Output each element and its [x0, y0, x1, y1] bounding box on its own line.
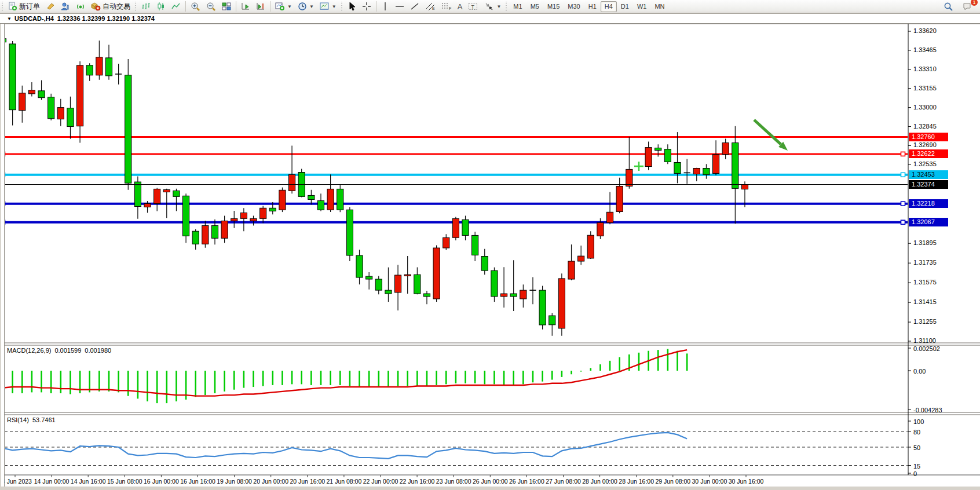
- candlestick-chart-button[interactable]: [153, 1, 169, 13]
- toolbar-grip[interactable]: [341, 2, 343, 11]
- timeframe-button-m5[interactable]: M5: [526, 1, 543, 12]
- rsi-axis-label: 100: [913, 418, 960, 425]
- price-level-badge: 1.32067: [909, 218, 948, 226]
- time-axis-label: 28 Jun 00:00: [582, 478, 617, 485]
- price-tick-label: 1.33620: [913, 27, 960, 34]
- price-tick-label: 1.33155: [913, 85, 960, 92]
- person-chart-icon: [61, 2, 70, 11]
- time-axis-label: 16 Jun 16:00: [180, 478, 215, 485]
- vertical-line-icon: [381, 2, 389, 11]
- indicators-button[interactable]: ▼: [272, 1, 295, 13]
- window-bottom-border: [0, 487, 980, 490]
- price-tick-label: 1.31255: [913, 318, 960, 325]
- clock-icon: [298, 2, 307, 11]
- auto-scroll-icon: [241, 2, 250, 11]
- macd-value_signal: 0.001980: [85, 347, 111, 354]
- bar-chart-button[interactable]: [138, 1, 153, 13]
- crayon-icon: [46, 2, 55, 11]
- zoom-out-icon: [206, 2, 216, 12]
- depth-of-market-button[interactable]: [58, 1, 73, 13]
- time-axis-label: 14 Jun 16:00: [71, 478, 106, 485]
- price-tick-label: 1.31415: [913, 298, 960, 305]
- price-tick-label: 1.32690: [913, 141, 960, 148]
- time-axis-label: 15 Jun 08:00: [107, 478, 142, 485]
- timeframe-button-d1[interactable]: D1: [617, 1, 633, 12]
- autotrading-button[interactable]: 自动交易: [88, 1, 133, 13]
- trendline-icon: [410, 2, 419, 11]
- timeframe-button-m1[interactable]: M1: [509, 1, 526, 12]
- timeframe-button-h1[interactable]: H1: [584, 1, 601, 12]
- macd-name: MACD(12,26,9): [7, 347, 51, 354]
- mt4-window: 新订单: [0, 0, 980, 490]
- new-order-button[interactable]: 新订单: [5, 1, 43, 13]
- arrows-icon: [484, 2, 494, 11]
- zoom-in-button[interactable]: [188, 1, 203, 13]
- collapse-ohlc-toggle[interactable]: ▼: [7, 16, 12, 21]
- time-axis-label: 13 Jun 2023: [0, 478, 32, 485]
- notifications-button[interactable]: 1: [960, 1, 975, 13]
- price-tick-label: 1.32535: [913, 160, 960, 167]
- vertical-line-button[interactable]: [378, 1, 392, 13]
- rsi-indicator-label: RSI(14)53.7461: [7, 416, 59, 423]
- brush-button[interactable]: [43, 1, 58, 13]
- window-left-border: [0, 13, 5, 487]
- label-tool-button[interactable]: T: [465, 1, 481, 13]
- chart-canvas[interactable]: 1.336201.334651.333101.331551.330001.328…: [0, 24, 980, 490]
- price-level-badge: 1.32218: [909, 199, 948, 208]
- bar-chart-icon: [141, 2, 151, 11]
- horizontal-line-icon: [395, 2, 404, 11]
- search-button[interactable]: [941, 1, 956, 13]
- text-tool-button[interactable]: A: [455, 1, 466, 13]
- time-axis-label: 14 Jun 00:00: [34, 478, 70, 485]
- rsi-axis-label: 0: [913, 470, 960, 477]
- arrows-tool-button[interactable]: ▼: [481, 1, 504, 13]
- equidistant-channel-button[interactable]: E: [422, 1, 438, 13]
- timeframe-button-w1[interactable]: W1: [633, 1, 651, 12]
- search-icon: [944, 2, 953, 12]
- line-chart-button[interactable]: [169, 1, 184, 13]
- svg-text:E: E: [432, 6, 435, 10]
- signal-icon: [76, 2, 85, 11]
- tile-windows-button[interactable]: [219, 1, 234, 13]
- horizontal-line-button[interactable]: [392, 1, 407, 13]
- templates-button[interactable]: ▼: [317, 1, 339, 13]
- toolbar-grip[interactable]: [505, 2, 508, 11]
- chart-shift-button[interactable]: [253, 1, 268, 13]
- chevron-down-icon: ▼: [496, 4, 501, 9]
- rsi-value: 53.7461: [32, 416, 56, 423]
- price-tick-label: 1.31575: [913, 279, 960, 286]
- auto-scroll-button[interactable]: [238, 1, 253, 13]
- indicators-icon: [275, 2, 285, 11]
- price-tick-label: 1.31100: [913, 337, 960, 344]
- timeframe-button-mn[interactable]: MN: [650, 1, 668, 12]
- chevron-down-icon: ▼: [287, 4, 292, 9]
- time-axis-label: 23 Jun 08:00: [436, 478, 471, 485]
- zoom-out-button[interactable]: [203, 1, 219, 13]
- rsi-axis-label: 50: [913, 444, 960, 451]
- crosshair-button[interactable]: [359, 1, 374, 13]
- fibonacci-button[interactable]: F: [438, 1, 455, 13]
- rsi-axis-label: 15: [913, 463, 960, 470]
- cursor-button[interactable]: [345, 1, 359, 13]
- chart-ohlc-values: 1.32336 1.32399 1.32190 1.32374: [57, 15, 155, 22]
- price-level-badge: 1.32453: [909, 170, 948, 179]
- toolbar-grip[interactable]: [1, 2, 4, 11]
- new-order-icon: [8, 2, 17, 11]
- time-axis-label: 19 Jun 08:00: [217, 478, 252, 485]
- svg-text:T: T: [471, 4, 475, 10]
- signals-button[interactable]: [73, 1, 88, 13]
- periods-button[interactable]: ▼: [295, 1, 317, 13]
- new-order-label: 新订单: [19, 2, 40, 12]
- macd-axis-label: 0.002502: [913, 345, 960, 352]
- toolbar-grip[interactable]: [134, 2, 137, 11]
- rsi-axis-label: 80: [913, 429, 960, 436]
- label-tool-icon: T: [468, 2, 478, 11]
- time-axis-label: 20 Jun 00:00: [253, 478, 288, 485]
- zoom-in-icon: [191, 2, 200, 12]
- rsi-name: RSI(14): [7, 416, 29, 423]
- time-axis-label: 22 Jun 00:00: [363, 478, 398, 485]
- trendline-button[interactable]: [407, 1, 422, 13]
- timeframe-button-h4[interactable]: H4: [601, 1, 617, 12]
- timeframe-button-m15[interactable]: M15: [543, 1, 564, 12]
- timeframe-button-m30[interactable]: M30: [564, 1, 584, 12]
